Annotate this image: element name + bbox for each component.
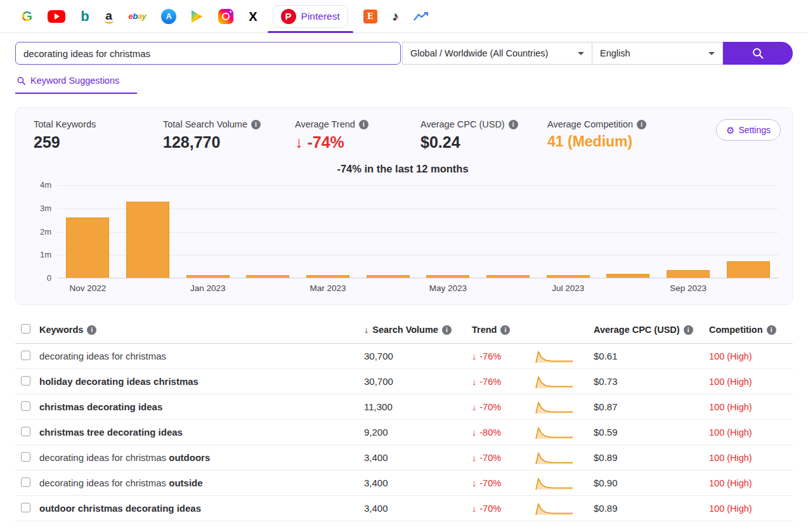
row-checkbox[interactable] — [21, 401, 30, 411]
info-icon[interactable] — [251, 120, 261, 129]
tab-google-trends[interactable] — [406, 0, 436, 32]
trend-down-icon: ↓ — [472, 478, 476, 488]
competition-cell: 100 (High) — [709, 402, 793, 412]
chart-bars — [58, 185, 778, 278]
chart-bar — [246, 275, 289, 278]
tab-ebay[interactable]: ebay — [121, 0, 154, 32]
info-icon[interactable] — [500, 325, 510, 335]
platform-tab-bar: G b a ebay A X P — [0, 0, 808, 33]
stat-label: Average Competition — [547, 119, 633, 129]
chart-x-tick: May 2023 — [418, 283, 478, 293]
stat-label: Total Keywords — [34, 119, 163, 129]
search-bar: Global / Worldwide (All Countries) Engli… — [15, 42, 793, 65]
search-volume-cell: 11,300 — [364, 401, 472, 412]
info-icon[interactable] — [87, 325, 96, 335]
row-checkbox[interactable] — [21, 376, 30, 386]
chart-x-tick — [238, 283, 298, 293]
info-icon[interactable] — [442, 325, 452, 335]
x-icon: X — [249, 10, 257, 23]
ebay-icon: ebay — [129, 11, 147, 21]
trend-down-icon: ↓ — [295, 133, 303, 151]
stat-label: Average Trend — [295, 119, 355, 129]
tab-amazon[interactable]: a — [97, 0, 121, 32]
tab-googleplay[interactable] — [184, 0, 211, 32]
info-icon[interactable] — [684, 325, 693, 335]
trend-down-icon: ↓ — [472, 351, 476, 361]
cpc-cell: $0.89 — [594, 452, 709, 463]
trend-sparkline — [535, 476, 594, 490]
trend-sparkline — [535, 375, 594, 389]
competition-cell: 100 (High) — [709, 453, 793, 463]
row-checkbox[interactable] — [21, 477, 30, 487]
tab-tiktok[interactable]: ♪ — [385, 0, 407, 32]
trends-icon — [414, 11, 429, 22]
trend-cell: ↓-70% — [472, 503, 535, 514]
keyword-cell: holiday decorating ideas christmas — [39, 376, 364, 387]
stat-average-cpc: Average CPC (USD) $0.24 — [420, 119, 547, 152]
row-checkbox[interactable] — [21, 427, 30, 436]
chart-x-tick: Nov 2022 — [58, 283, 118, 293]
trend-cell: ↓-80% — [472, 427, 535, 438]
info-icon[interactable] — [767, 325, 776, 335]
info-icon[interactable] — [359, 120, 368, 129]
search-icon — [16, 76, 26, 86]
chart-bar — [367, 275, 410, 278]
trend-cell: ↓-76% — [472, 351, 535, 361]
tab-x[interactable]: X — [241, 0, 264, 32]
competition-cell: 100 (High) — [709, 377, 793, 387]
competition-cell: 100 (High) — [709, 478, 793, 488]
settings-button[interactable]: ⚙ Settings — [716, 119, 781, 141]
tab-pinterest[interactable]: P Pinterest — [265, 0, 356, 32]
row-checkbox[interactable] — [21, 351, 30, 360]
tab-keyword-suggestions[interactable]: Keyword Suggestions — [15, 74, 137, 94]
row-checkbox[interactable] — [21, 452, 30, 462]
cpc-cell: $0.59 — [594, 427, 709, 438]
chart-x-tick: Jul 2023 — [538, 283, 598, 293]
trend-header: Trend — [472, 325, 497, 335]
tab-google[interactable]: G — [14, 0, 40, 32]
keyword-cell: christmas tree decorating ideas — [39, 427, 364, 438]
keyword-cell: decorating ideas for christmas outdoors — [39, 452, 364, 463]
stat-value: 41 (Medium) — [547, 133, 716, 150]
trend-cell: ↓-76% — [472, 377, 535, 387]
search-volume-cell: 3,400 — [364, 452, 472, 463]
table-row: christmas decorating ideas 11,300 ↓-70% … — [15, 394, 793, 420]
pinterest-tab-label: Pinterest — [301, 11, 340, 22]
stat-label: Average CPC (USD) — [420, 119, 505, 129]
tab-bing[interactable]: b — [73, 0, 96, 32]
tab-etsy[interactable]: E — [356, 0, 385, 32]
competition-header: Competition — [709, 325, 763, 335]
stat-average-trend: Average Trend ↓ -74% — [295, 119, 420, 152]
chart-x-tick: Jan 2023 — [178, 283, 238, 293]
select-all-checkbox[interactable] — [21, 324, 30, 334]
trend-sparkline — [535, 502, 594, 516]
row-checkbox[interactable] — [21, 503, 30, 512]
instagram-icon — [218, 9, 233, 24]
overview-card: Total Keywords 259 Total Search Volume 1… — [15, 107, 793, 305]
trend-down-icon: ↓ — [472, 503, 476, 514]
chart-bar — [306, 275, 349, 278]
search-button[interactable] — [723, 42, 793, 65]
stat-value: 259 — [34, 133, 163, 152]
bing-icon: b — [81, 10, 89, 23]
chart-x-tick — [118, 283, 178, 293]
search-volume-cell: 30,700 — [364, 376, 472, 387]
gear-icon: ⚙ — [726, 126, 734, 135]
info-icon[interactable] — [637, 120, 646, 129]
etsy-icon: E — [363, 10, 377, 23]
keyword-cell: decorating ideas for christmas outside — [39, 477, 364, 488]
chart-title: -74% in the last 12 months — [25, 163, 781, 175]
tab-instagram[interactable] — [211, 0, 241, 32]
tiktok-icon: ♪ — [393, 10, 399, 22]
info-icon[interactable] — [509, 120, 518, 129]
trend-cell: ↓-70% — [472, 402, 535, 412]
chart-bar — [606, 274, 649, 278]
keyword-search-input[interactable] — [15, 42, 401, 65]
region-select[interactable]: Global / Worldwide (All Countries) — [402, 42, 592, 65]
tab-youtube[interactable] — [40, 0, 73, 32]
chart-bar — [126, 202, 169, 278]
search-volume-header[interactable]: ↓Search Volume — [364, 325, 472, 335]
youtube-icon — [48, 10, 65, 23]
language-select[interactable]: English — [592, 42, 723, 65]
tab-appstore[interactable]: A — [153, 0, 184, 32]
